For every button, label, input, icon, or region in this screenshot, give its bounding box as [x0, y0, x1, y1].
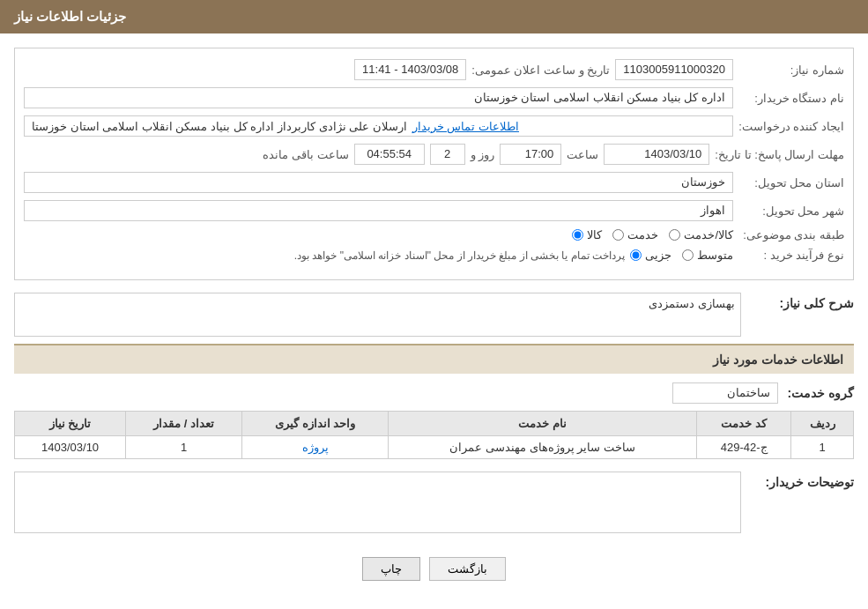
- announcement-value: 1403/03/08 - 11:41: [354, 59, 466, 80]
- table-cell: ساخت سایر پروژه‌های مهندسی عمران: [389, 436, 697, 459]
- creator-value: اطلاعات تماس خریدار ارسلان علی نژادی کار…: [24, 115, 733, 137]
- col-header-code: کد خدمت: [696, 412, 790, 436]
- category-kala-khidmat-radio[interactable]: [669, 229, 680, 241]
- table-cell: پروژه: [242, 436, 389, 459]
- city-label: شهر محل تحویل:: [738, 204, 844, 218]
- category-row: طبقه بندی موضوعی: کالا/خدمت خدمت کالا: [24, 228, 844, 241]
- services-table: ردیف کد خدمت نام خدمت واحد اندازه گیری ت…: [14, 411, 854, 459]
- category-khidmat-label: خدمت: [627, 228, 658, 241]
- service-group-row: گروه خدمت: ساختمان: [14, 382, 854, 404]
- deadline-time: 17:00: [500, 144, 561, 165]
- need-number-value: 1103005911000320: [615, 59, 733, 80]
- col-header-name: نام خدمت: [389, 412, 697, 436]
- description-label: شرح کلی نیاز:: [748, 293, 854, 310]
- page-header: جزئیات اطلاعات نیاز: [0, 0, 868, 33]
- category-kala-khidmat-label: کالا/خدمت: [684, 228, 733, 241]
- category-kala-radio[interactable]: [572, 229, 583, 241]
- description-box: بهسازی دستمزدی: [14, 293, 741, 337]
- province-label: استان محل تحویل:: [738, 176, 844, 189]
- footer-buttons: بازگشت چاپ: [14, 543, 854, 595]
- table-cell: 1: [126, 436, 242, 459]
- process-jozii-label: جزیی: [645, 249, 671, 262]
- page-title: جزئیات اطلاعات نیاز: [14, 9, 126, 24]
- process-type-label: نوع فرآیند خرید :: [738, 249, 844, 262]
- category-kala-label: کالا: [587, 228, 602, 241]
- service-group-label: گروه خدمت:: [783, 386, 854, 400]
- deadline-days: 2: [430, 144, 465, 165]
- description-value: بهسازی دستمزدی: [649, 297, 735, 310]
- table-cell: ج-42-429: [696, 436, 790, 459]
- deadline-days-label: روز و: [471, 148, 495, 161]
- process-motavaset-radio[interactable]: [682, 249, 694, 261]
- buyer-org-label: نام دستگاه خریدار:: [738, 92, 844, 105]
- need-number-row: شماره نیاز: 1103005911000320 تاریخ و ساع…: [24, 59, 844, 80]
- process-note: پرداخت تمام یا بخشی از مبلغ خریدار از مح…: [24, 249, 625, 262]
- process-motavaset-label: متوسط: [697, 249, 733, 262]
- process-jozii[interactable]: جزیی: [630, 249, 671, 262]
- col-header-unit: واحد اندازه گیری: [242, 412, 389, 436]
- creator-contact-link[interactable]: اطلاعات تماس خریدار: [412, 120, 519, 133]
- buyer-desc-box: [14, 472, 741, 536]
- info-section: شماره نیاز: 1103005911000320 تاریخ و ساع…: [14, 48, 854, 280]
- category-khidmat-radio[interactable]: [612, 229, 624, 241]
- deadline-time-label: ساعت: [567, 148, 598, 161]
- buyer-desc-row: توضیحات خریدار:: [14, 472, 854, 536]
- buyer-desc-textarea[interactable]: [14, 472, 741, 533]
- service-group-value: ساختمان: [672, 382, 778, 404]
- buyer-org-row: نام دستگاه خریدار: اداره کل بنیاد مسکن ا…: [24, 87, 844, 108]
- back-button[interactable]: بازگشت: [429, 557, 506, 581]
- category-kala-khidmat[interactable]: کالا/خدمت: [669, 228, 733, 241]
- buyer-desc-label: توضیحات خریدار:: [748, 472, 854, 489]
- category-radio-group: کالا/خدمت خدمت کالا: [572, 228, 733, 241]
- province-value: خوزستان: [24, 172, 733, 193]
- province-row: استان محل تحویل: خوزستان: [24, 172, 844, 193]
- deadline-label: مهلت ارسال پاسخ: تا تاریخ:: [715, 148, 844, 161]
- process-motavaset[interactable]: متوسط: [682, 249, 733, 262]
- col-header-qty: تعداد / مقدار: [126, 412, 242, 436]
- description-row: شرح کلی نیاز: بهسازی دستمزدی: [14, 293, 854, 337]
- announcement-label: تاریخ و ساعت اعلان عمومی:: [471, 63, 610, 77]
- creator-label: ایجاد کننده درخواست:: [738, 120, 844, 133]
- city-value: اهواز: [24, 200, 733, 221]
- deadline-date: 1403/03/10: [604, 144, 709, 165]
- deadline-remaining-label: ساعت باقی مانده: [263, 148, 348, 161]
- deadline-row: مهلت ارسال پاسخ: تا تاریخ: 1403/03/10 سا…: [24, 144, 844, 165]
- table-cell: 1403/03/10: [15, 436, 126, 459]
- buyer-org-value: اداره کل بنیاد مسکن انقلاب اسلامی استان …: [24, 87, 733, 108]
- category-label: طبقه بندی موضوعی:: [738, 228, 844, 241]
- print-button[interactable]: چاپ: [362, 557, 420, 581]
- services-section-title: اطلاعات خدمات مورد نیاز: [713, 353, 843, 367]
- process-type-row: نوع فرآیند خرید : متوسط جزیی پرداخت تمام…: [24, 249, 844, 262]
- process-jozii-radio[interactable]: [630, 249, 642, 261]
- deadline-remaining: 04:55:54: [354, 144, 425, 165]
- city-row: شهر محل تحویل: اهواز: [24, 200, 844, 221]
- creator-row: ایجاد کننده درخواست: اطلاعات تماس خریدار…: [24, 115, 844, 137]
- need-number-label: شماره نیاز:: [738, 63, 844, 77]
- col-header-row: ردیف: [791, 412, 854, 436]
- process-type-radio-group: متوسط جزیی: [630, 249, 733, 262]
- category-kala[interactable]: کالا: [572, 228, 602, 241]
- creator-name: ارسلان علی نژادی کاربرداز اداره کل بنیاد…: [32, 120, 407, 133]
- category-khidmat[interactable]: خدمت: [612, 228, 658, 241]
- services-section-header: اطلاعات خدمات مورد نیاز: [14, 344, 854, 374]
- col-header-date: تاریخ نیاز: [15, 412, 126, 436]
- table-row: 1ج-42-429ساخت سایر پروژه‌های مهندسی عمرا…: [15, 436, 854, 459]
- table-cell: 1: [791, 436, 854, 459]
